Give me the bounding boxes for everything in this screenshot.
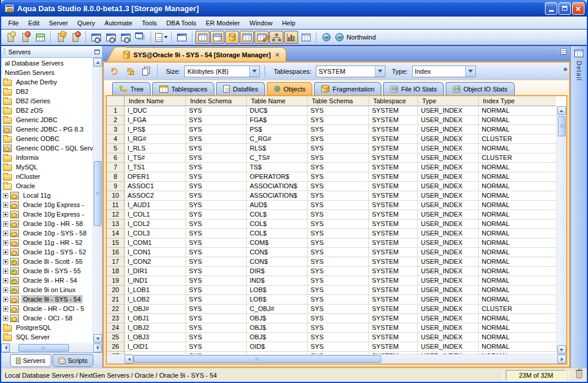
- cell[interactable]: SYS: [186, 153, 247, 163]
- cell[interactable]: CON$: [247, 248, 308, 257]
- tree-item-db2-zos[interactable]: DB2 zOS: [1, 106, 93, 115]
- select-all-corner[interactable]: [107, 96, 125, 106]
- cell[interactable]: USER_INDEX: [418, 238, 479, 248]
- expand-plus-icon[interactable]: [3, 231, 8, 236]
- cell[interactable]: NORMAL: [479, 342, 556, 352]
- panel-grip[interactable]: [4, 48, 5, 55]
- cell[interactable]: NORMAL: [479, 144, 556, 153]
- scroll-right-button[interactable]: [557, 355, 566, 364]
- menu-item-server[interactable]: Server: [44, 18, 73, 28]
- document-tab[interactable]: SYS@Oracle 9i - SYS - 54 [Storage Manage…: [118, 47, 286, 61]
- cell[interactable]: SYSTEM: [369, 248, 418, 257]
- cell[interactable]: I_RLS: [125, 144, 186, 153]
- cell[interactable]: SYS: [308, 116, 369, 125]
- dropdown-arrow-icon[interactable]: [164, 36, 168, 38]
- table-row[interactable]: 5 I_RLSSYSRLS$SYSSYSTEMUSER_INDEXNORMAL: [107, 144, 556, 153]
- cell[interactable]: SYS: [308, 220, 369, 229]
- refresh-button[interactable]: [107, 65, 120, 78]
- server-diagram-button[interactable]: [269, 31, 283, 44]
- cell[interactable]: SYS: [308, 314, 369, 323]
- cell[interactable]: USER_INDEX: [418, 125, 479, 135]
- cell[interactable]: SYS: [308, 229, 369, 238]
- tree-item-postgresql[interactable]: PostgreSQL: [1, 323, 93, 332]
- next-tab-icon[interactable]: [552, 49, 556, 55]
- cell[interactable]: I_LOB2: [125, 295, 186, 305]
- row-number[interactable]: 14: [107, 229, 125, 238]
- session-manager-button[interactable]: [210, 31, 224, 44]
- cell[interactable]: NORMAL: [479, 201, 556, 210]
- cell[interactable]: SYS: [308, 144, 369, 153]
- cell[interactable]: ASSOC2: [125, 191, 186, 201]
- tab-datafiles[interactable]: Datafiles: [216, 82, 265, 95]
- log-manager-button[interactable]: [254, 31, 269, 44]
- table-row[interactable]: 26 I_OID1SYSOID$SYSSYSTEMUSER_INDEXNORMA…: [107, 342, 556, 352]
- cell[interactable]: OBJ$: [247, 323, 308, 333]
- table-row[interactable]: 10 ASSOC2SYSASSOCIATION$SYSSYSTEMUSER_IN…: [107, 191, 556, 201]
- cell[interactable]: USER_INDEX: [418, 210, 479, 220]
- chevron-down-icon[interactable]: [249, 66, 259, 77]
- cell[interactable]: SYSTEM: [369, 276, 418, 286]
- cell[interactable]: SYS: [308, 305, 369, 314]
- table-row[interactable]: 13 I_COL2SYSCOL$SYSSYSTEMUSER_INDEXNORMA…: [107, 220, 556, 229]
- table-row[interactable]: 8 OPER1SYSOPERATOR$SYSSYSTEMUSER_INDEXNO…: [107, 172, 556, 182]
- cell[interactable]: I_PS$: [125, 125, 186, 135]
- table-row[interactable]: 17 I_CON2SYSCON$SYSSYSTEMUSER_INDEXNORMA…: [107, 257, 556, 267]
- table-row[interactable]: 22 I_OBJ#SYSC_OBJ#SYSSYSTEMUSER_INDEXCLU…: [107, 305, 556, 314]
- cell[interactable]: USER_INDEX: [418, 257, 479, 267]
- cell[interactable]: SYSTEM: [369, 286, 418, 295]
- cell[interactable]: NORMAL: [479, 267, 556, 276]
- unregister-server-button[interactable]: [18, 31, 32, 44]
- tab-list-icon[interactable]: [560, 48, 567, 55]
- cell[interactable]: SYS: [186, 125, 247, 135]
- row-number[interactable]: 6: [107, 153, 125, 163]
- tree-item-oracle-9i-sys-54[interactable]: Oracle 9i - SYS - 54: [1, 294, 93, 304]
- cell[interactable]: SYS: [308, 135, 369, 144]
- cell[interactable]: SYS: [186, 314, 247, 323]
- cell[interactable]: CLUSTER: [479, 305, 556, 314]
- cell[interactable]: ASSOC1: [125, 182, 186, 191]
- cell[interactable]: SYSTEM: [369, 314, 418, 323]
- cell[interactable]: OBJ$: [247, 314, 308, 323]
- row-number[interactable]: 12: [107, 210, 125, 220]
- cell[interactable]: I_DUC: [125, 106, 186, 116]
- row-number[interactable]: 5: [107, 144, 125, 153]
- cell[interactable]: SYS: [186, 182, 247, 191]
- expand-plus-icon[interactable]: [3, 269, 8, 274]
- disconnect-server-button[interactable]: [68, 31, 83, 44]
- scroll-down-button[interactable]: [557, 345, 566, 354]
- scroll-down-button[interactable]: [93, 334, 102, 343]
- connect-server-button[interactable]: [54, 31, 68, 44]
- tree-item-oracle-8i-scott-55[interactable]: Oracle 8i - Scott - 55: [1, 257, 93, 266]
- cell[interactable]: NORMAL: [479, 229, 556, 238]
- tree-item-oracle-9i-hr-54[interactable]: Oracle 9i - HR - 54: [1, 276, 93, 285]
- cell[interactable]: SYSTEM: [369, 116, 418, 125]
- chevron-down-icon[interactable]: [465, 66, 475, 77]
- memory-indicator[interactable]: 23M of 32M: [506, 370, 566, 381]
- cell[interactable]: NORMAL: [479, 182, 556, 191]
- table-row[interactable]: 23 I_OBJ1SYSOBJ$SYSSYSTEMUSER_INDEXNORMA…: [107, 314, 556, 323]
- cell[interactable]: SYS: [308, 323, 369, 333]
- server-statistics-button[interactable]: [284, 31, 298, 44]
- tablespaces-select[interactable]: SYSTEM: [316, 66, 386, 77]
- cell[interactable]: USER_INDEX: [418, 106, 479, 116]
- column-header[interactable]: Index Name: [125, 96, 186, 106]
- tab-servers[interactable]: Servers: [10, 354, 51, 367]
- cell[interactable]: SYS: [186, 163, 247, 172]
- menu-item-query[interactable]: Query: [73, 18, 100, 28]
- scroll-right-button[interactable]: [93, 343, 102, 352]
- cell[interactable]: USER_INDEX: [418, 305, 479, 314]
- cell[interactable]: SYS: [308, 210, 369, 220]
- scroll-left-button[interactable]: [125, 355, 133, 364]
- cell[interactable]: NORMAL: [479, 333, 556, 342]
- table-row[interactable]: 3 I_PS$SYSPS$SYSSYSTEMUSER_INDEXNORMAL: [107, 125, 556, 135]
- row-number[interactable]: 3: [107, 125, 125, 135]
- cell[interactable]: USER_INDEX: [418, 191, 479, 201]
- cell[interactable]: SYS: [308, 106, 369, 116]
- table-data-button[interactable]: [33, 31, 47, 44]
- cell[interactable]: SYS: [186, 295, 247, 305]
- tab-tablespaces[interactable]: Tablespaces: [152, 82, 214, 95]
- cell[interactable]: USER_INDEX: [418, 163, 479, 172]
- cell[interactable]: COL$: [247, 210, 308, 220]
- cell[interactable]: SYS: [186, 116, 247, 125]
- security-manager-button[interactable]: [240, 31, 254, 44]
